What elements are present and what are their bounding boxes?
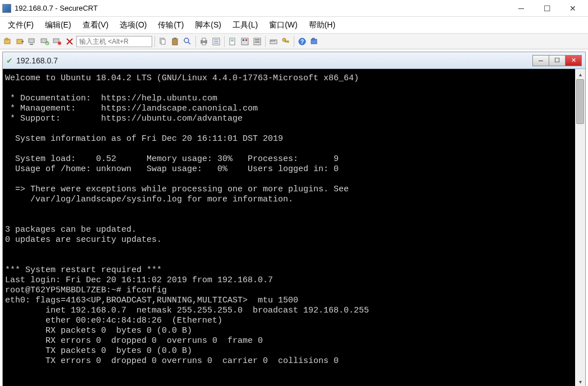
svg-rect-10 <box>161 39 165 44</box>
quick-connect-icon[interactable] <box>15 36 26 47</box>
svg-line-14 <box>188 42 190 44</box>
menu-window[interactable]: 窗口(W) <box>265 19 302 32</box>
about-icon[interactable] <box>309 36 320 47</box>
window-titlebar: 192.168.0.7 - SecureCRT ─ ☐ ✕ <box>0 0 588 17</box>
delete-icon[interactable] <box>64 36 75 47</box>
window-title: 192.168.0.7 - SecureCRT <box>15 4 508 12</box>
svg-rect-11 <box>172 39 177 45</box>
svg-rect-32 <box>271 40 272 42</box>
svg-rect-22 <box>230 38 235 45</box>
app-icon <box>2 4 11 13</box>
svg-text:?: ? <box>300 39 304 45</box>
svg-rect-1 <box>6 38 8 40</box>
menubar: 文件(F) 编辑(E) 查看(V) 选项(O) 传输(T) 脚本(S) 工具(L… <box>0 17 588 34</box>
open-session-icon[interactable] <box>2 36 13 47</box>
toolbar: ? <box>0 34 588 49</box>
svg-point-13 <box>184 38 189 43</box>
global-options-icon[interactable] <box>252 36 263 47</box>
toolbar-separator <box>154 36 155 47</box>
svg-rect-30 <box>255 42 259 43</box>
svg-rect-41 <box>312 38 314 40</box>
svg-point-8 <box>58 42 61 45</box>
svg-rect-25 <box>241 38 248 45</box>
terminal-maximize-button[interactable]: ☐ <box>549 55 566 66</box>
close-button[interactable]: ✕ <box>560 0 586 17</box>
minimize-button[interactable]: ─ <box>508 0 534 17</box>
menu-view[interactable]: 查看(V) <box>78 19 113 32</box>
help-icon[interactable]: ? <box>297 36 308 47</box>
scroll-track[interactable] <box>575 79 585 376</box>
properties-icon[interactable] <box>211 36 222 47</box>
terminal-title: 192.168.0.7 <box>16 56 533 65</box>
svg-rect-33 <box>272 40 274 42</box>
host-input[interactable] <box>76 36 152 47</box>
svg-rect-27 <box>245 39 247 41</box>
toolbar-separator <box>265 36 266 47</box>
menu-script[interactable]: 脚本(S) <box>190 19 226 32</box>
terminal-controls: ─ ☐ ✕ <box>533 55 582 66</box>
scroll-up-arrow[interactable]: ▴ <box>575 69 585 79</box>
terminal-close-button[interactable]: ✕ <box>565 55 582 66</box>
svg-rect-34 <box>274 40 275 42</box>
menu-file[interactable]: 文件(F) <box>3 19 38 32</box>
svg-rect-7 <box>53 39 59 43</box>
scroll-thumb[interactable] <box>576 79 584 124</box>
connect-icon[interactable] <box>27 36 38 47</box>
svg-rect-29 <box>255 39 259 40</box>
paste-icon[interactable] <box>170 36 181 47</box>
menu-help[interactable]: 帮助(H) <box>304 19 340 32</box>
menu-tools[interactable]: 工具(L) <box>228 19 262 32</box>
toolbar-separator <box>195 36 196 47</box>
window-controls: ─ ☐ ✕ <box>508 0 586 17</box>
log-icon[interactable] <box>227 36 238 47</box>
toolbar-separator <box>224 36 225 47</box>
svg-rect-17 <box>202 43 206 45</box>
terminal-window: ✔ 192.168.0.7 ─ ☐ ✕ Welcome to Ubuntu 18… <box>2 52 586 386</box>
menu-edit[interactable]: 编辑(E) <box>40 19 76 32</box>
maximize-button[interactable]: ☐ <box>534 0 560 17</box>
terminal-titlebar: ✔ 192.168.0.7 ─ ☐ ✕ <box>3 52 585 69</box>
terminal-body: Welcome to Ubuntu 18.04.2 LTS (GNU/Linux… <box>3 69 585 386</box>
vertical-scrollbar[interactable]: ▴ ▾ <box>575 69 585 386</box>
svg-rect-12 <box>174 38 176 39</box>
svg-rect-26 <box>243 39 244 41</box>
svg-rect-16 <box>202 38 206 41</box>
menu-options[interactable]: 选项(O) <box>115 19 151 32</box>
svg-rect-4 <box>30 44 33 45</box>
terminal-output[interactable]: Welcome to Ubuntu 18.04.2 LTS (GNU/Linux… <box>3 69 575 386</box>
svg-rect-3 <box>29 39 34 43</box>
print-icon[interactable] <box>198 36 209 47</box>
key-icon[interactable] <box>280 36 291 47</box>
svg-rect-37 <box>288 42 289 43</box>
scroll-down-arrow[interactable]: ▾ <box>575 376 585 386</box>
toolbar-separator <box>294 36 294 47</box>
keymap-icon[interactable] <box>268 36 279 47</box>
terminal-minimize-button[interactable]: ─ <box>532 55 549 66</box>
reconnect-icon[interactable] <box>39 36 51 47</box>
session-options-icon[interactable] <box>239 36 250 47</box>
disconnect-icon[interactable] <box>52 36 63 47</box>
find-icon[interactable] <box>182 36 193 47</box>
menu-transfer[interactable]: 传输(T) <box>153 19 188 32</box>
connected-icon: ✔ <box>6 56 13 65</box>
copy-icon[interactable] <box>157 36 168 47</box>
svg-rect-36 <box>285 41 289 42</box>
